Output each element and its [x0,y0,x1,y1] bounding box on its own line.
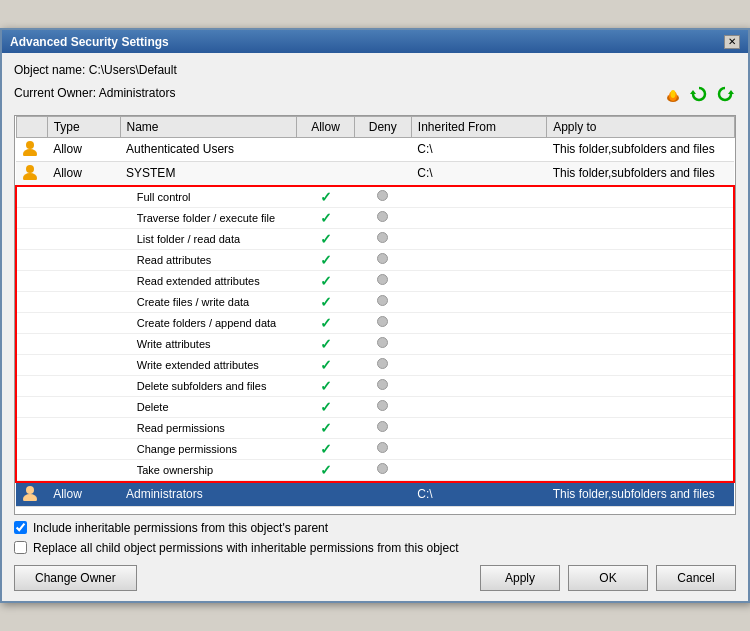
row-applyto: This folder,subfolders and files [547,161,734,186]
permissions-table-container[interactable]: Type Name Allow Deny Inherited From Appl… [14,115,736,515]
replace-child-checkbox[interactable] [14,541,27,554]
permission-deny [354,228,411,249]
object-name-row: Object name: C:\Users\Default [14,63,736,77]
permission-allow: ✓ [297,207,354,228]
apply-button[interactable]: Apply [480,565,560,591]
permission-label: Create folders / append data [121,312,297,333]
row-type: Allow [47,482,120,507]
permission-deny [354,354,411,375]
svg-point-2 [671,90,676,98]
permission-label: Write extended attributes [121,354,297,375]
include-inheritable-checkbox[interactable] [14,521,27,534]
permission-detail-row: Delete✓ [17,396,733,417]
row-applyto: This folder,subfolders and files [547,482,734,507]
include-inheritable-label: Include inheritable permissions from thi… [33,521,328,535]
table-row-admin[interactable]: Allow Administrators C:\ This folder,sub… [16,482,734,507]
top-icon-group [662,83,736,105]
row-name: SYSTEM [120,161,297,186]
permissions-expanded-container: Full control✓Traverse folder / execute f… [16,186,734,482]
permission-deny [354,270,411,291]
col-header-deny: Deny [354,116,411,137]
row-allow [297,482,354,507]
col-header-type: Type [47,116,120,137]
permission-label: Delete subfolders and files [121,375,297,396]
refresh-green-icon[interactable] [688,83,710,105]
row-icon-cell [16,137,47,161]
row-allow [297,161,354,186]
permission-allow: ✓ [297,417,354,438]
permission-allow: ✓ [297,459,354,480]
permission-detail-row: Create folders / append data✓ [17,312,733,333]
object-name-label: Object name: [14,63,85,77]
current-owner-label: Current Owner: [14,86,96,100]
permission-allow: ✓ [297,333,354,354]
permission-label: List folder / read data [121,228,297,249]
permissions-table: Type Name Allow Deny Inherited From Appl… [15,116,735,515]
replace-child-row: Replace all child object permissions wit… [14,541,736,555]
permission-detail-row: Traverse folder / execute file✓ [17,207,733,228]
user-icon [22,140,38,156]
row-name: Authenticated Users [120,137,297,161]
permission-deny [354,291,411,312]
permission-allow: ✓ [297,291,354,312]
fire-icon[interactable] [662,83,684,105]
permission-detail-row: List folder / read data✓ [17,228,733,249]
content-area: Object name: C:\Users\Default Current Ow… [2,53,748,601]
permission-label: Traverse folder / execute file [121,207,297,228]
row-applyto: This folder,subfolders and files [547,137,734,161]
permission-allow: ✓ [297,354,354,375]
svg-marker-4 [728,90,734,94]
user-icon [22,485,38,501]
arrow-refresh-icon[interactable] [714,83,736,105]
bottom-buttons-area: Change Owner Apply OK Cancel [14,565,736,591]
row-inherited: C:\ [411,161,546,186]
svg-point-6 [23,149,37,156]
cancel-button[interactable]: Cancel [656,565,736,591]
permission-allow: ✓ [297,249,354,270]
col-header-num [16,116,47,137]
permission-label: Write attributes [121,333,297,354]
permission-detail-row: Read permissions✓ [17,417,733,438]
svg-point-9 [26,486,34,494]
col-header-allow: Allow [297,116,354,137]
close-button[interactable]: ✕ [724,35,740,49]
permission-allow: ✓ [297,312,354,333]
permission-deny [354,438,411,459]
svg-point-10 [23,494,37,501]
table-row[interactable]: Allow SYSTEM C:\ This folder,subfolders … [16,161,734,186]
permission-deny [354,459,411,480]
user-icon [22,164,38,180]
svg-point-7 [26,165,34,173]
permission-detail-row: Read attributes✓ [17,249,733,270]
row-deny [354,161,411,186]
permission-label: Full control [121,187,297,208]
permission-allow: ✓ [297,228,354,249]
row-type: Allow [47,161,120,186]
permission-detail-row: Delete subfolders and files✓ [17,375,733,396]
table-row[interactable]: Allow Authenticated Users C:\ This folde… [16,137,734,161]
permission-deny [354,375,411,396]
permission-detail-row: Write extended attributes✓ [17,354,733,375]
change-owner-button[interactable]: Change Owner [14,565,137,591]
permission-allow: ✓ [297,438,354,459]
permission-deny [354,249,411,270]
ok-button[interactable]: OK [568,565,648,591]
object-name-value: C:\Users\Default [89,63,177,77]
permission-label: Read attributes [121,249,297,270]
include-inheritable-row: Include inheritable permissions from thi… [14,521,736,535]
permission-label: Create files / write data [121,291,297,312]
permission-detail-row: Take ownership✓ [17,459,733,480]
row-allow [297,137,354,161]
permission-deny [354,312,411,333]
svg-point-8 [23,173,37,180]
row-deny [354,482,411,507]
row-inherited: C:\ [411,482,546,507]
col-header-inherited: Inherited From [411,116,546,137]
permission-label: Read permissions [121,417,297,438]
permission-deny [354,417,411,438]
window-title: Advanced Security Settings [10,35,169,49]
table-row-extra[interactable] [16,506,734,515]
row-icon-cell [16,482,47,507]
permission-label: Read extended attributes [121,270,297,291]
svg-point-5 [26,141,34,149]
